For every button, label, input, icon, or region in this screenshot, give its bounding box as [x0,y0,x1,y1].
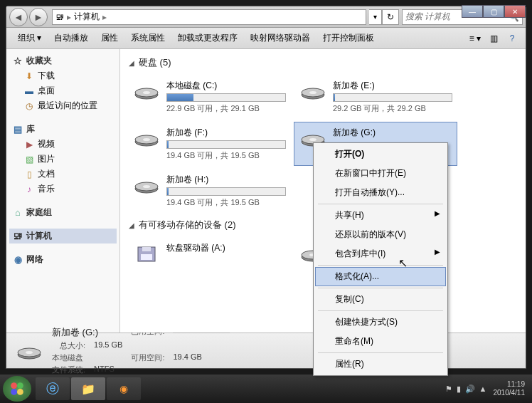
menu-separator [318,352,443,353]
preview-pane-button[interactable]: ▥ [486,31,501,46]
tray-up-icon[interactable]: ▲ [479,384,487,393]
sidebar-computer[interactable]: 🖳计算机 [9,229,117,244]
taskbar: ⓔ 📁 ◉ ⚑ ▮ 🔊 ▲ 11:19 2010/4/11 [0,375,532,403]
explorer-window: — ▢ ✕ ◄ ► 🖳 ▸ 计算机 ▸ ▾ ↻ 搜索 计算机 🔍 组织 ▾ 自动… [6,6,526,369]
context-menu-item[interactable]: 还原以前的版本(V) [315,225,446,244]
taskbar-explorer[interactable]: 📁 [71,377,105,400]
start-button[interactable] [3,376,31,402]
map-drive-button[interactable]: 映射网络驱动器 [245,29,316,47]
libraries-label: 库 [26,123,35,135]
uninstall-button[interactable]: 卸载或更改程序 [172,29,243,47]
context-menu-item[interactable]: 在新窗口中打开(E) [315,164,446,183]
forward-button[interactable]: ► [29,8,48,26]
back-button[interactable]: ◄ [9,8,28,26]
drive-item[interactable]: 新加卷 (E:)29.2 GB 可用，共 29.2 GB [294,75,457,119]
properties-button[interactable]: 属性 [95,29,124,47]
favorites-label: 收藏夹 [26,55,52,67]
svg-point-8 [143,138,150,141]
context-menu-item[interactable]: 格式化(A)... [315,267,446,286]
control-panel-button[interactable]: 打开控制面板 [317,29,380,47]
sidebar-libraries-head[interactable]: ▤库 [9,122,117,137]
context-menu-item[interactable]: 共享(H)▶ [315,206,446,225]
menu-item-label: 共享(H) [335,210,364,220]
menu-item-label: 打开(O) [335,149,364,159]
autoplay-button[interactable]: 自动播放 [48,29,94,47]
drive-icon [12,337,46,365]
drive-space-text: 19.4 GB 可用，共 19.5 GB [166,197,286,208]
system-tray[interactable]: ⚑ ▮ 🔊 ▲ 11:19 2010/4/11 [439,380,529,397]
address-bar[interactable]: 🖳 ▸ 计算机 ▸ [52,9,366,25]
organize-menu[interactable]: 组织 ▾ [12,29,47,47]
sidebar-item-pictures[interactable]: ▧图片 [9,152,117,167]
status-fs-label: 文件系统: [52,365,85,375]
drive-name: 新加卷 (H:) [166,174,286,186]
tray-sound-icon[interactable]: 🔊 [465,384,475,394]
drive-item[interactable]: 新加卷 (F:)19.4 GB 可用，共 19.5 GB [127,122,291,166]
sidebar-item-desktop[interactable]: ▬桌面 [9,83,117,98]
tray-flag-icon[interactable]: ⚑ [445,384,452,394]
svg-point-11 [309,138,316,141]
status-drive-name: 新加卷 (G:) [52,327,98,337]
svg-rect-17 [141,254,152,260]
menu-item-label: 还原以前的版本(V) [335,229,406,239]
section-hard-drives[interactable]: ◢硬盘 (5) [126,52,520,73]
status-free-value: 19.4 GB [173,352,230,363]
download-icon: ⬇ [23,70,35,82]
drive-item[interactable]: 新加卷 (H:)19.4 GB 可用，共 19.5 GB [127,169,291,213]
minimize-button[interactable]: — [462,5,483,18]
drive-space-text: 22.9 GB 可用，共 29.1 GB [166,103,286,114]
collapse-icon: ◢ [129,59,134,67]
window-controls: — ▢ ✕ [462,5,526,18]
video-icon: ▶ [23,139,35,150]
svg-point-14 [143,185,150,188]
refresh-button[interactable]: ↻ [382,9,399,25]
drive-item[interactable]: 本地磁盘 (C:)22.9 GB 可用，共 29.1 GB [127,75,291,119]
context-menu-item[interactable]: 复制(C) [315,290,446,309]
collapse-icon: ◢ [129,221,134,229]
sidebar-item-downloads[interactable]: ⬇下载 [9,68,117,83]
sidebar-favorites-head[interactable]: ☆收藏夹 [9,53,117,68]
taskbar-ie[interactable]: ⓔ [36,377,70,400]
context-menu-item[interactable]: 打开自动播放(Y)... [315,183,446,202]
removable-item[interactable]: 软盘驱动器 (A:) [127,237,291,270]
search-placeholder: 搜索 计算机 [405,11,450,23]
view-mode-button[interactable]: ≡ ▾ [467,31,483,46]
sidebar-item-music[interactable]: ♪音乐 [9,182,117,197]
library-icon: ▤ [12,124,23,135]
sidebar-homegroup[interactable]: ⌂家庭组 [9,205,117,220]
svg-point-26 [11,389,17,395]
menu-item-label: 格式化(A)... [335,271,379,281]
breadcrumb-computer[interactable]: 计算机 [74,11,100,23]
address-dropdown[interactable]: ▾ [369,9,382,25]
toolbar: 组织 ▾ 自动播放 属性 系统属性 卸载或更改程序 映射网络驱动器 打开控制面板… [6,28,526,49]
drive-name: 本地磁盘 (C:) [166,80,286,92]
menu-item-label: 重命名(M) [335,336,373,346]
context-menu-item[interactable]: 创建快捷方式(S) [315,313,446,332]
system-properties-button[interactable]: 系统属性 [125,29,171,47]
context-menu-item[interactable]: 属性(R) [315,355,446,374]
close-button[interactable]: ✕ [504,5,526,18]
taskbar-mediaplayer[interactable]: ◉ [107,377,141,400]
clock-date: 2010/4/11 [494,389,526,397]
tray-network-icon[interactable]: ▮ [457,384,461,394]
sidebar-item-videos[interactable]: ▶视频 [9,137,117,152]
sidebar: ☆收藏夹 ⬇下载 ▬桌面 ◷最近访问的位置 ▤库 ▶视频 ▧图片 ▯文档 ♪音乐… [6,49,120,333]
menu-item-label: 在新窗口中打开(E) [335,168,406,178]
svg-point-25 [17,382,23,389]
drive-usage-bar [333,93,452,102]
maximize-button[interactable]: ▢ [483,5,504,18]
sidebar-network[interactable]: ◉网络 [9,252,117,267]
menu-separator [318,265,443,266]
context-menu-item[interactable]: 包含到库中(I)▶ [315,244,446,263]
context-menu-item[interactable]: 打开(O) [315,145,446,164]
hdd-icon [299,80,327,103]
menu-item-label: 属性(R) [335,359,364,369]
taskbar-clock[interactable]: 11:19 2010/4/11 [494,380,526,397]
sidebar-item-recent[interactable]: ◷最近访问的位置 [9,98,117,113]
sidebar-item-documents[interactable]: ▯文档 [9,167,117,182]
menu-item-label: 复制(C) [335,294,364,304]
context-menu-item[interactable]: 重命名(M) [315,332,446,351]
drive-name: 软盘驱动器 (A:) [166,242,286,254]
help-button[interactable]: ? [504,31,520,46]
desktop-icon: ▬ [23,85,35,97]
